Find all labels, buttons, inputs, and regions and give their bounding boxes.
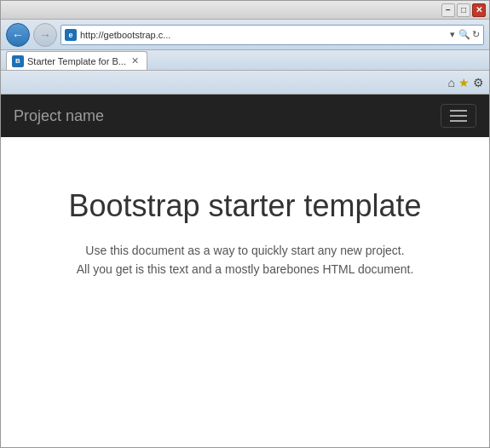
gear-icon[interactable]: ⚙ — [473, 76, 484, 89]
forward-button[interactable]: → — [33, 23, 57, 47]
close-button[interactable]: ✕ — [472, 3, 486, 17]
search-icon: ▾ — [450, 29, 455, 40]
page-area: Project name Bootstrap starter template … — [1, 95, 489, 447]
hamburger-line-3 — [450, 120, 467, 122]
lens-icon: 🔍 — [458, 29, 470, 40]
page-subtext-line2: All you get is this text and a mostly ba… — [77, 260, 414, 279]
title-bar: − □ ✕ — [1, 1, 489, 20]
refresh-icon[interactable]: ↻ — [472, 29, 480, 40]
back-button[interactable]: ← — [6, 23, 30, 47]
browser-window: − □ ✕ ← → e http://getbootstrap.c... ▾ 🔍… — [0, 0, 490, 448]
tab-close-button[interactable]: ✕ — [130, 55, 141, 67]
maximize-button[interactable]: □ — [457, 3, 470, 17]
minimize-button[interactable]: − — [441, 3, 455, 17]
star-icon[interactable]: ★ — [458, 76, 470, 89]
page-body: Bootstrap starter template Use this docu… — [1, 137, 489, 447]
bookmark-toolbar: ⌂ ★ ⚙ — [1, 71, 489, 95]
page-subtext-line1: Use this document as a way to quickly st… — [85, 241, 404, 260]
page-heading: Bootstrap starter template — [68, 188, 421, 224]
navbar-toggle-button[interactable] — [441, 104, 476, 128]
hamburger-line-1 — [450, 110, 467, 112]
tab-title: Starter Template for B... — [27, 56, 126, 66]
tab-bar: B Starter Template for B... ✕ — [1, 50, 489, 71]
active-tab[interactable]: B Starter Template for B... ✕ — [6, 51, 147, 70]
navbar-brand: Project name — [14, 107, 104, 125]
hamburger-line-2 — [450, 115, 467, 117]
browser-toolbar: ← → e http://getbootstrap.c... ▾ 🔍 ↻ — [1, 20, 489, 50]
browser-favicon: e — [65, 29, 77, 41]
home-icon[interactable]: ⌂ — [448, 76, 455, 89]
bootstrap-navbar: Project name — [1, 95, 489, 137]
address-text: http://getbootstrap.c... — [80, 30, 448, 40]
address-bar[interactable]: e http://getbootstrap.c... ▾ 🔍 ↻ — [61, 25, 484, 45]
tab-favicon: B — [12, 55, 24, 67]
